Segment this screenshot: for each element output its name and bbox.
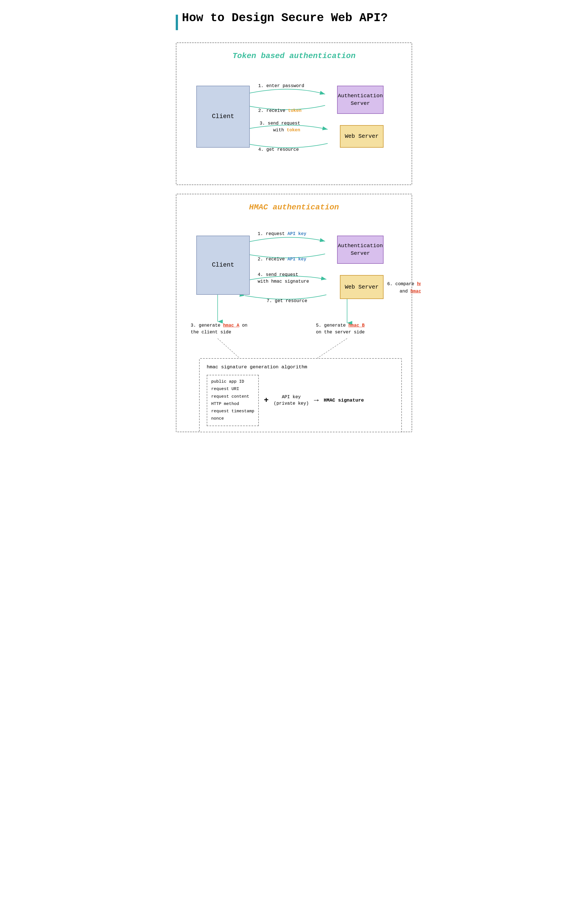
hmac-step3: 3. generate hmac A onthe client side [191, 322, 247, 336]
token-section: Token based authentication [176, 42, 412, 185]
hmac-section: HMAC authentication [176, 194, 412, 432]
token-step4-label: 4. get resource [258, 147, 299, 152]
token-web-server-box: Web Server [340, 125, 383, 148]
token-client-box: Client [196, 86, 250, 148]
title-bar [176, 15, 178, 30]
algo-arrow: → [314, 396, 319, 405]
token-step2-label: 2. receive token [258, 108, 302, 113]
hmac-diagram: Client Authentication Server Web Server … [188, 220, 400, 423]
token-section-title: Token based authentication [188, 52, 400, 60]
token-auth-server-box: Authentication Server [337, 86, 383, 114]
hmac-step5: 5. generate hmac Bon the server side [316, 322, 365, 336]
algo-inputs-box: public app ID request URI request conten… [207, 375, 259, 426]
algo-api-key: API key (private key) [274, 394, 309, 407]
hmac-client-box: Client [196, 236, 250, 295]
algo-title: hmac signature generation algorithm [207, 364, 394, 370]
hmac-step6: 6. compare hmac A and hmac B [387, 281, 421, 295]
algo-output: HMAC signature [324, 398, 364, 403]
hmac-algo-box: hmac signature generation algorithm publ… [199, 358, 402, 432]
hmac-step4: 4. send requestwith hmac signature [258, 271, 309, 285]
page-title: How to Design Secure Web API? [182, 11, 388, 25]
hmac-step2: 2. receive API key [258, 257, 306, 262]
token-step3-label: 3. send request with token [260, 120, 300, 133]
hmac-section-title: HMAC authentication [188, 203, 400, 212]
svg-line-7 [318, 338, 347, 358]
token-step1-label: 1. enter password [258, 83, 304, 89]
hmac-step1: 1. request API key [258, 231, 306, 236]
svg-line-6 [218, 338, 240, 358]
algo-plus: + [264, 396, 269, 405]
hmac-web-server-box: Web Server [340, 275, 383, 299]
token-diagram: Client Authentication Server Web Server … [188, 69, 400, 176]
hmac-step7: 7. get resource [267, 298, 307, 303]
hmac-auth-server-box: Authentication Server [337, 236, 383, 264]
